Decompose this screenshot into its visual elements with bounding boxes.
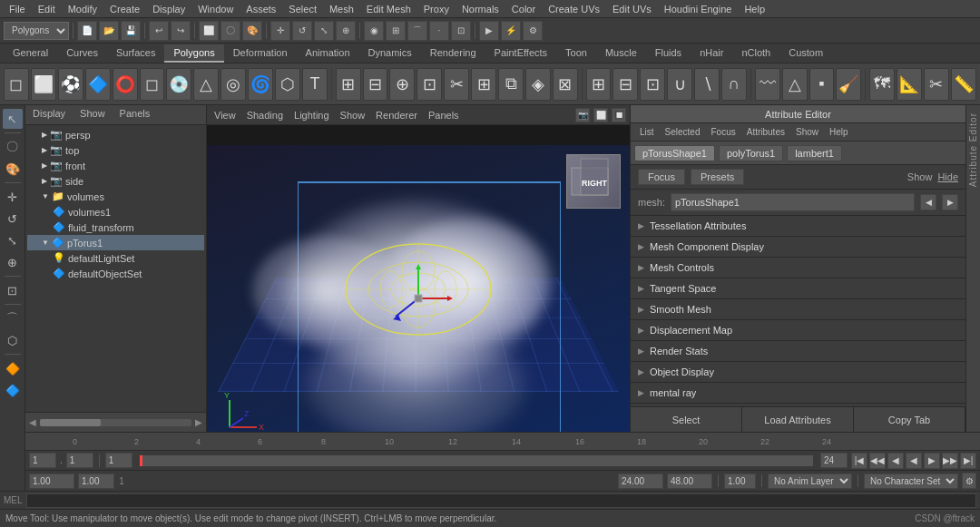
shelf-extract-icon[interactable]: ⊡ [640,68,665,101]
move-btn[interactable]: ✛ [270,21,290,41]
menu-file[interactable]: File [4,2,31,16]
vp-menu-view[interactable]: View [211,108,240,122]
attr-tab-focus[interactable]: Focus [705,124,740,140]
shelf-merge-icon[interactable]: ⊠ [553,68,578,101]
section-tangent[interactable]: ▶ Tangent Space [631,278,965,299]
tree-default-obj[interactable]: 🔷 defaultObjectSet [27,266,204,281]
tab-custom[interactable]: Custom [779,44,832,63]
shelf-bridge-icon[interactable]: ⊟ [363,68,388,101]
section-render-stats[interactable]: ▶ Render Stats [631,341,965,362]
anim-layer-select[interactable]: No Anim Layer [768,473,852,489]
open-file-btn[interactable]: 📂 [99,21,119,41]
sub-start-field[interactable] [78,473,114,489]
lasso-tool-btn[interactable]: 〇 [220,21,240,41]
snap-point-btn[interactable]: · [429,21,449,41]
mesh-field[interactable] [671,193,915,211]
paint-tool[interactable]: 🔷 [3,380,23,400]
attr-tab-help[interactable]: Help [824,124,854,140]
section-smooth[interactable]: ▶ Smooth Mesh [631,299,965,320]
shelf-insert-icon[interactable]: ⊞ [471,68,496,101]
mesh-arrow-btn[interactable]: ◀ [920,194,936,210]
menu-color[interactable]: Color [506,2,541,16]
go-start-btn[interactable]: |◀ [851,453,867,469]
shelf-smooth-icon[interactable]: 〰 [755,68,780,101]
shelf-quad-icon[interactable]: ▪ [809,68,835,101]
redo-btn[interactable]: ↪ [171,21,191,41]
menu-create-uvs[interactable]: Create UVs [543,2,605,16]
frame-sub-input[interactable] [66,453,93,468]
frame-input[interactable] [29,453,56,468]
tab-dynamics[interactable]: Dynamics [359,44,421,63]
undo-btn[interactable]: ↩ [149,21,169,41]
timeline-scrub[interactable] [140,455,813,466]
curve-tool[interactable]: ⌒ [3,308,23,328]
left-panel-scrollbar[interactable]: ◀ ▶ [25,412,206,432]
attr-tab-show[interactable]: Show [790,124,824,140]
play-back-btn[interactable]: ◀ [906,453,922,469]
tab-panels[interactable]: Panels [113,105,158,124]
start-frame-field[interactable] [29,473,74,489]
vp-menu-renderer[interactable]: Renderer [372,108,421,122]
snap-grid-btn[interactable]: ⊞ [386,21,406,41]
frame-display[interactable] [105,453,132,468]
copy-tab-btn[interactable]: Copy Tab [854,407,965,432]
menu-display[interactable]: Display [147,2,191,16]
mode-select[interactable]: Polygons [4,22,69,40]
menu-create[interactable]: Create [104,2,145,16]
tab-fluids[interactable]: Fluids [646,44,691,63]
shelf-cone-icon[interactable]: △ [193,68,219,101]
tree-top[interactable]: ▶ 📷 top [27,142,204,158]
tab-show[interactable]: Show [73,105,113,124]
vp-menu-lighting[interactable]: Lighting [290,108,333,122]
tab-display[interactable]: Display [25,105,73,124]
surface-tool[interactable]: ⬡ [3,330,23,350]
presets-btn[interactable]: Presets [691,169,744,185]
section-mental-ray[interactable]: ▶ mental ray [631,383,965,404]
shelf-platonic-icon[interactable]: ⬡ [275,68,300,101]
menu-normals[interactable]: Normals [456,2,505,16]
render-settings-btn[interactable]: ⚙ [523,21,543,41]
shading-mode-btn[interactable]: 🔲 [612,108,626,122]
shelf-bevel-icon[interactable]: ◈ [525,68,551,101]
shelf-uvmap-icon[interactable]: 🗺 [869,68,895,101]
menu-edit-uvs[interactable]: Edit UVs [607,2,657,16]
shelf-select-icon[interactable]: ◻ [4,68,29,101]
render-btn[interactable]: ▶ [479,21,499,41]
shelf-bool-union-icon[interactable]: ∪ [667,68,692,101]
shelf-fill-icon[interactable]: ⊡ [416,68,442,101]
tree-ptorus1[interactable]: ▼ 🔷 pTorus1 [27,235,204,250]
scale-tool[interactable]: ⤡ [3,230,23,250]
shelf-torus-icon[interactable]: ⭕ [113,68,138,101]
char-options-btn[interactable]: ⚙ [962,473,976,489]
ipr-btn[interactable]: ⚡ [501,21,521,41]
save-btn[interactable]: 💾 [121,21,141,41]
snap-surface-btn[interactable]: ⊡ [451,21,471,41]
universal-btn[interactable]: ⊕ [336,21,356,41]
rotate-tool[interactable]: ↺ [3,209,23,229]
load-attrs-btn[interactable]: Load Attributes [742,407,854,432]
lasso-tool[interactable]: 〇 [3,137,23,157]
char-set-select[interactable]: No Character Set [864,473,958,489]
shelf-text-icon[interactable]: T [302,68,328,101]
section-mesh-controls[interactable]: ▶ Mesh Controls [631,258,965,278]
section-tessellation[interactable]: ▶ Tessellation Attributes [631,216,965,237]
menu-edit[interactable]: Edit [33,2,61,16]
select-tool[interactable]: ↖ [3,109,23,129]
tab-deformation[interactable]: Deformation [224,44,297,63]
go-end-btn[interactable]: ▶| [960,453,976,469]
select-btn[interactable]: Select [631,407,742,432]
new-file-btn[interactable]: 📄 [77,21,97,41]
shelf-cylinder-icon[interactable]: 🔷 [85,68,111,101]
mel-input[interactable] [26,493,976,508]
shelf-separate-icon[interactable]: ⊟ [612,68,638,101]
shelf-cube-icon[interactable]: ⬜ [31,68,56,101]
menu-assets[interactable]: Assets [240,2,281,16]
menu-proxy[interactable]: Proxy [418,2,455,16]
shelf-offset-icon[interactable]: ⧉ [498,68,524,101]
tab-polygons[interactable]: Polygons [164,44,223,63]
menu-edit-mesh[interactable]: Edit Mesh [361,2,416,16]
shelf-optflow-icon[interactable]: 📏 [951,68,976,101]
paint-sel-btn[interactable]: 🎨 [242,21,262,41]
shelf-sphere-icon[interactable]: ⚽ [58,68,83,101]
tree-persp[interactable]: ▶ 📷 persp [27,127,204,142]
